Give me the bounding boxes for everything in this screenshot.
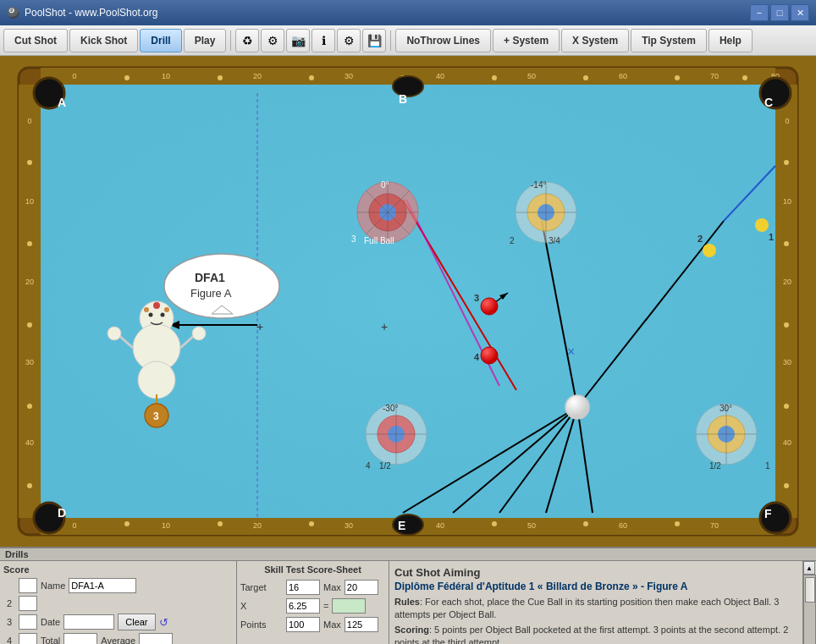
minimize-button[interactable]: − <box>750 4 769 21</box>
close-button[interactable]: ✕ <box>791 4 809 21</box>
name-input[interactable] <box>69 578 136 593</box>
target-row: Target Max <box>240 580 385 595</box>
score-sheet-title: Skill Test Score-Sheet <box>240 564 385 575</box>
scroll-track[interactable] <box>803 575 816 644</box>
rules-text: : For each shot, place the Cue Ball in i… <box>394 597 779 619</box>
app-icon: 🎱 <box>7 7 19 19</box>
clear-button[interactable]: Clear <box>118 614 155 630</box>
pool-canvas[interactable] <box>0 56 816 547</box>
info-icon-button[interactable]: ℹ <box>312 29 335 52</box>
clear-undo-icon: ↺ <box>159 616 168 629</box>
score-box-4 <box>19 633 37 644</box>
drills-label: Drills <box>0 548 816 561</box>
bottom-content: Score Name 2 3 Date Clear ↺ <box>0 561 816 644</box>
scoring-bold: Scoring <box>394 625 429 635</box>
info-scoring: Scoring: 5 points per Object Ball pocket… <box>394 624 797 644</box>
row-num-2: 2 <box>3 598 15 608</box>
camera-icon-button[interactable]: 📷 <box>286 29 310 52</box>
scroll-thumb[interactable] <box>805 577 815 603</box>
settings-icon-button[interactable]: ⚙ <box>261 29 284 52</box>
toolbar: Cut Shot Kick Shot Drill Play ♻ ⚙ 📷 ℹ ⚙ … <box>0 25 816 56</box>
total-input[interactable] <box>63 633 97 644</box>
bottom-panel: Drills Score Name 2 3 Date Clear <box>0 547 816 644</box>
average-input[interactable] <box>139 633 173 644</box>
kick-shot-button[interactable]: Kick Shot <box>69 29 138 52</box>
refresh-icon-button[interactable]: ♻ <box>235 29 259 52</box>
scrollbar: ▲ ▼ <box>802 561 816 644</box>
score-header: Score <box>3 564 233 575</box>
target-input[interactable] <box>286 580 320 595</box>
score-row-3: 3 Date Clear ↺ <box>3 614 233 630</box>
titlebar-controls: − □ ✕ <box>750 4 809 21</box>
maximize-button[interactable]: □ <box>770 4 789 21</box>
score-row-2: 2 <box>3 596 233 611</box>
average-label: Average <box>101 636 135 644</box>
sheet-x-label: X <box>240 601 283 611</box>
points-row: Points Max <box>240 617 385 632</box>
x-system-button[interactable]: X System <box>561 29 629 52</box>
tip-system-button[interactable]: Tip System <box>631 29 707 52</box>
score-box-1 <box>19 578 37 593</box>
points-max-label: Max <box>323 619 341 630</box>
help-button[interactable]: Help <box>708 29 753 52</box>
play-button[interactable]: Play <box>184 29 227 52</box>
sheet-result-input[interactable] <box>332 598 366 614</box>
score-box-3 <box>19 614 37 630</box>
max-input[interactable] <box>345 580 378 595</box>
date-input[interactable] <box>63 614 114 630</box>
info-subtitle: Diplôme Fédéral d'Aptitude 1 « Billard d… <box>394 581 797 592</box>
score-panel: Score Name 2 3 Date Clear ↺ <box>0 561 237 644</box>
toolbar-separator-2 <box>390 30 391 51</box>
points-max-input[interactable] <box>345 617 378 632</box>
rules-bold: Rules <box>394 597 420 607</box>
info-panel: Cut Shot Aiming Diplôme Fédéral d'Aptitu… <box>389 561 802 644</box>
scroll-up-button[interactable]: ▲ <box>803 561 815 575</box>
points-input[interactable] <box>286 617 320 632</box>
max-label: Max <box>323 582 341 592</box>
app-title: PoolShot - www.PoolShot.org <box>25 7 157 19</box>
total-label: Total <box>41 636 60 644</box>
cut-shot-button[interactable]: Cut Shot <box>3 29 68 52</box>
no-throw-button[interactable]: NoThrow Lines <box>395 29 491 52</box>
sheet-x-input[interactable] <box>286 598 320 614</box>
gear-icon-button[interactable]: ⚙ <box>337 29 361 52</box>
sheet-equals: = <box>323 601 328 611</box>
drill-button[interactable]: Drill <box>140 29 181 52</box>
scoring-text: : 5 points per Object Ball pocketed at t… <box>394 625 788 644</box>
score-box-2 <box>19 596 37 611</box>
row-num-3: 3 <box>3 617 15 627</box>
toolbar-separator-1 <box>230 30 231 51</box>
info-rules: Rules: For each shot, place the Cue Ball… <box>394 596 797 622</box>
titlebar: 🎱 PoolShot - www.PoolShot.org − □ ✕ <box>0 0 816 25</box>
plus-system-button[interactable]: + System <box>493 29 560 52</box>
name-row: Name <box>3 578 233 593</box>
name-label: Name <box>41 581 65 591</box>
pool-table-area[interactable]: 0 10 20 30 40 50 60 70 80 0 10 20 30 40 … <box>0 56 816 547</box>
score-sheet-panel: Skill Test Score-Sheet Target Max X = Po… <box>237 561 389 644</box>
titlebar-left: 🎱 PoolShot - www.PoolShot.org <box>7 7 157 19</box>
x-row: X = <box>240 598 385 614</box>
points-label: Points <box>240 619 283 630</box>
target-label: Target <box>240 582 283 592</box>
date-label: Date <box>41 617 60 627</box>
row-num-4: 4 <box>3 636 15 644</box>
score-row-4: 4 Total Average <box>3 633 233 644</box>
info-title: Cut Shot Aiming <box>394 566 797 579</box>
export-icon-button[interactable]: 💾 <box>362 29 386 52</box>
